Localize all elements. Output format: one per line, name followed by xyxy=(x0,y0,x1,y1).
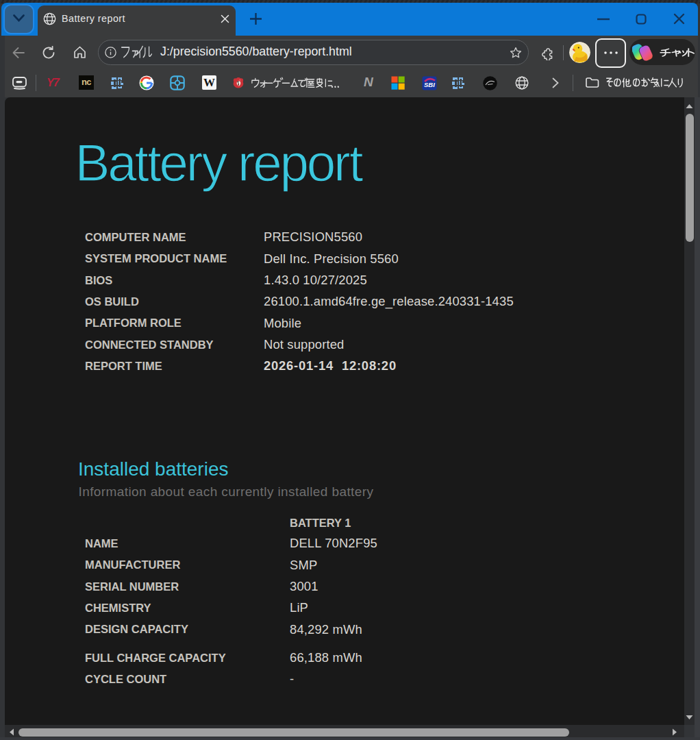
svg-text:SBI: SBI xyxy=(424,81,435,88)
